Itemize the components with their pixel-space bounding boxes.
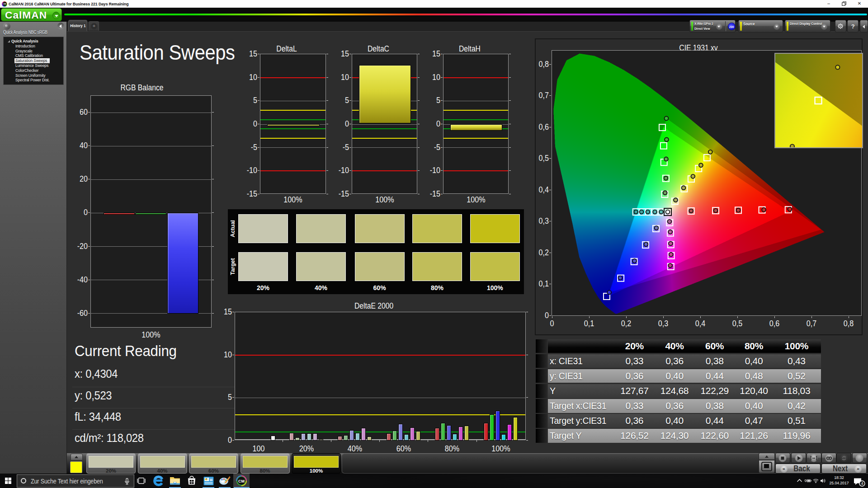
play-button[interactable] xyxy=(791,453,806,463)
green-limit-line xyxy=(443,119,508,120)
delta-e-bar xyxy=(453,434,457,441)
taskbar-search-box[interactable]: Zur Suche Text hier eingeben xyxy=(17,474,134,488)
stop-button[interactable] xyxy=(775,453,790,463)
target-swatch-40% xyxy=(296,252,346,281)
toolbar-collapse-button[interactable] xyxy=(860,20,868,33)
microphone-icon[interactable] xyxy=(125,478,129,485)
cie-y-tick xyxy=(549,158,551,159)
y-axis-label: 15 xyxy=(424,49,440,59)
y-axis-tick xyxy=(441,54,443,54)
y-axis-tick xyxy=(349,54,351,54)
cell-value: 0,42 xyxy=(777,399,816,413)
cell-value: 0,33 xyxy=(614,399,654,413)
stop-mode-button[interactable] xyxy=(759,460,775,473)
meter-chevron-icon xyxy=(716,23,722,30)
speaker-icon[interactable] xyxy=(820,479,826,483)
y-axis-tick xyxy=(258,54,259,54)
swatch-col-label: 80% xyxy=(412,284,462,291)
cie-measured-cyan-2 xyxy=(640,210,644,214)
cie-measured-blue-5 xyxy=(607,291,611,295)
sidebar-item-spectral-power-dist[interactable]: Spectral Power Dist. xyxy=(4,78,63,83)
row-indicator xyxy=(536,339,547,353)
loop-button[interactable] xyxy=(821,453,836,463)
cell-value: 80% xyxy=(734,339,774,353)
start-button[interactable] xyxy=(5,478,11,484)
row-body: Target y:CIE310,360,400,440,470,51 xyxy=(548,414,821,428)
up-arrow-icon xyxy=(765,455,769,458)
cell-value: 119,96 xyxy=(777,429,816,443)
patch-button-60%[interactable]: 60% xyxy=(189,453,238,474)
sidebar-collapse-button[interactable] xyxy=(57,23,64,29)
tray-chevron-icon[interactable] xyxy=(797,479,802,483)
delta-e-bar xyxy=(344,435,348,441)
marker-button[interactable] xyxy=(807,453,821,463)
cell-value: 0,33 xyxy=(614,354,654,368)
blank-button[interactable] xyxy=(852,453,867,463)
sidebar-menu-icon[interactable] xyxy=(3,23,10,30)
logo-dropdown-icon[interactable] xyxy=(52,12,60,19)
next-button[interactable]: Next » xyxy=(821,464,867,474)
restore-button[interactable] xyxy=(839,0,849,7)
paint-app-icon[interactable] xyxy=(217,474,233,488)
patch-button-80%[interactable]: 80% xyxy=(241,453,290,474)
edge-icon[interactable] xyxy=(150,474,166,488)
back-button[interactable]: « Back xyxy=(775,464,821,474)
close-button[interactable]: ✕ xyxy=(854,0,865,7)
deltaC-x-label: 100% xyxy=(375,195,394,205)
pattern-popup-button[interactable] xyxy=(71,454,83,460)
help-button[interactable]: ? xyxy=(847,20,859,33)
row-body: Target x:CIE310,330,360,380,400,42 xyxy=(548,399,821,413)
patch-button-40%[interactable]: 40% xyxy=(138,453,187,474)
file-explorer-icon[interactable] xyxy=(167,474,183,488)
y-axis-label: -5 xyxy=(424,142,440,152)
calman-taskbar-icon[interactable]: CM xyxy=(233,474,250,488)
cie-x-tick xyxy=(663,316,664,318)
cell-value: 0,40 xyxy=(734,354,774,368)
settings-button[interactable] xyxy=(835,20,846,33)
battery-icon[interactable] xyxy=(804,479,811,483)
task-view-button[interactable] xyxy=(137,478,146,484)
y-axis-tick xyxy=(441,124,443,124)
source-dropdown-button[interactable]: Source xyxy=(738,20,783,33)
current-reading-line-3: fL: 34,448 xyxy=(75,411,121,422)
store-icon[interactable] xyxy=(184,474,200,488)
workflow-title: Quick Analysis NBC sRGB xyxy=(3,30,47,35)
cell-value: 118,03 xyxy=(777,384,816,398)
y-axis-tick-right xyxy=(212,246,214,247)
cie-measured-magenta-1 xyxy=(668,220,672,224)
tray-clock[interactable]: 18:32 25.04.2017 xyxy=(827,475,851,486)
next-arrows-icon: » xyxy=(854,465,862,473)
row-indicator xyxy=(536,369,547,383)
cell-value: 0,52 xyxy=(777,369,816,383)
tree-root[interactable]: Quick Analysis xyxy=(4,39,63,44)
cie-measured-blue-1 xyxy=(654,226,658,230)
meter-line2: Direct View xyxy=(694,27,710,31)
delta-e-group-label: 40% xyxy=(348,444,362,454)
swatch-col-label: 100% xyxy=(470,284,520,291)
delta-e-bar xyxy=(338,436,342,441)
transport-popup-button[interactable] xyxy=(759,453,775,460)
cell-value: 0,38 xyxy=(695,399,735,413)
y-axis-label: -15 xyxy=(424,189,440,199)
add-tab-button[interactable]: + xyxy=(89,21,99,31)
display-control-dropdown-button[interactable]: Direct Display Control xyxy=(785,20,830,33)
tab-history-1[interactable]: History 1 xyxy=(68,20,87,31)
wifi-icon[interactable] xyxy=(813,479,819,483)
meter-dropdown-button[interactable]: X-Rite i1Pro 2 Direct View 230 xyxy=(689,20,736,33)
calman-logo-button[interactable]: CalMAN xyxy=(1,8,62,21)
patch-button-20%[interactable]: 20% xyxy=(86,453,136,474)
patch-button-100%[interactable]: 100% xyxy=(292,453,341,474)
sidebar-item-introduction[interactable]: Introduction xyxy=(4,44,63,49)
minimize-button[interactable]: – xyxy=(823,0,834,7)
pattern-preview-swatch[interactable] xyxy=(70,461,82,473)
refresh-button[interactable] xyxy=(836,453,851,463)
cell-value: 0,36 xyxy=(655,399,694,413)
current-reading-separator xyxy=(72,387,235,387)
y-axis-label: 60 xyxy=(71,107,88,117)
y-axis-tick-right xyxy=(509,77,511,78)
photos-app-icon[interactable] xyxy=(200,474,217,488)
y-axis-tick xyxy=(258,170,259,171)
cie-x-label: 0,1 xyxy=(584,319,594,328)
y-axis-tick-right xyxy=(526,440,528,441)
notification-icon[interactable]: 4 xyxy=(854,478,865,487)
